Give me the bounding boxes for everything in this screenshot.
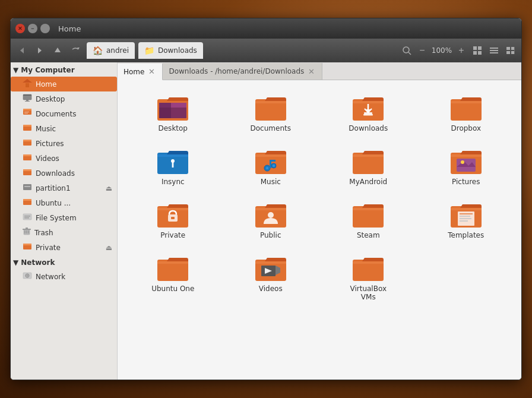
home-sidebar-icon bbox=[23, 79, 32, 89]
folder-item[interactable]: Ubuntu One bbox=[127, 250, 219, 306]
svg-point-83 bbox=[273, 165, 275, 167]
partition1-eject-icon[interactable]: ⏏ bbox=[106, 184, 112, 192]
zoom-plus-button[interactable]: + bbox=[455, 44, 468, 57]
folder-item[interactable]: Private bbox=[127, 197, 219, 244]
sidebar-item-ubuntu[interactable]: Ubuntu ... bbox=[11, 195, 117, 210]
sidebar-item-downloads[interactable]: Downloads bbox=[11, 166, 117, 181]
private-sidebar-label: Private bbox=[36, 244, 61, 252]
folder-item[interactable]: VirtualBox VMs bbox=[322, 250, 414, 306]
svg-rect-42 bbox=[24, 216, 30, 217]
svg-rect-73 bbox=[157, 154, 188, 157]
folder-item[interactable]: Public bbox=[225, 197, 317, 244]
back-button[interactable] bbox=[14, 43, 30, 58]
zoom-minus-button[interactable]: − bbox=[416, 44, 429, 57]
location-tab-andrei[interactable]: 🏠 andrei bbox=[87, 42, 135, 59]
network-section[interactable]: ▼ Network bbox=[11, 255, 117, 269]
pictures-sidebar-label: Pictures bbox=[36, 140, 64, 148]
location-tab-andrei-label: andrei bbox=[106, 46, 129, 55]
svg-rect-59 bbox=[159, 103, 171, 118]
svg-rect-104 bbox=[460, 216, 470, 217]
view-more-button[interactable] bbox=[504, 43, 518, 58]
folder-item[interactable]: Templates bbox=[420, 197, 512, 244]
folder-item[interactable]: Steam bbox=[322, 197, 414, 244]
svg-rect-81 bbox=[270, 160, 276, 162]
folder-icon-videos bbox=[255, 255, 286, 282]
sidebar-item-documents[interactable]: Documents bbox=[11, 106, 117, 121]
content-tabs: Home ✕ Downloads - /home/andrei/Download… bbox=[118, 62, 521, 80]
sidebar-item-videos[interactable]: Videos bbox=[11, 151, 117, 166]
svg-rect-8 bbox=[473, 51, 477, 55]
downloads-sidebar-label: Downloads bbox=[36, 169, 75, 178]
content-tab-home[interactable]: Home ✕ bbox=[118, 64, 163, 80]
sidebar-item-music[interactable]: Music bbox=[11, 121, 117, 136]
folder-item[interactable]: Pictures bbox=[420, 143, 512, 191]
view-list-button[interactable] bbox=[487, 43, 501, 58]
svg-point-79 bbox=[266, 167, 268, 169]
trash-sidebar-icon bbox=[23, 228, 31, 238]
toggle-button[interactable] bbox=[68, 43, 83, 58]
folder-name: Videos bbox=[259, 285, 283, 293]
view-grid-button[interactable] bbox=[470, 43, 484, 58]
minimize-button[interactable]: − bbox=[28, 24, 37, 33]
svg-rect-22 bbox=[23, 94, 31, 96]
documents-sidebar-icon bbox=[23, 109, 32, 119]
documents-sidebar-label: Documents bbox=[36, 110, 76, 118]
svg-rect-12 bbox=[490, 52, 498, 53]
sidebar-item-private[interactable]: Private ⏏ bbox=[11, 240, 117, 255]
network-section-label: Network bbox=[21, 258, 55, 267]
sidebar-item-partition1[interactable]: partition1 ⏏ bbox=[11, 181, 117, 195]
view-list-icon bbox=[489, 46, 499, 55]
svg-rect-26 bbox=[23, 109, 31, 110]
folder-icon-public bbox=[255, 201, 286, 229]
sidebar-item-pictures[interactable]: Pictures bbox=[11, 136, 117, 151]
content-pane: Desktop Documents Downloads Dropbox i In… bbox=[118, 80, 521, 380]
zoom-out-button[interactable] bbox=[400, 44, 413, 57]
ubuntu-sidebar-label: Ubuntu ... bbox=[36, 199, 71, 207]
svg-rect-51 bbox=[23, 244, 31, 245]
svg-rect-110 bbox=[255, 261, 286, 264]
up-button[interactable] bbox=[50, 43, 65, 58]
folder-item[interactable]: Dropbox bbox=[420, 90, 512, 137]
forward-button[interactable] bbox=[32, 43, 48, 58]
partition1-sidebar-icon bbox=[23, 183, 32, 193]
location-tab-downloads-label: Downloads bbox=[158, 46, 197, 55]
sidebar-item-filesystem[interactable]: File System bbox=[11, 210, 117, 225]
maximize-button[interactable] bbox=[40, 24, 50, 33]
svg-rect-103 bbox=[460, 213, 473, 214]
sidebar-item-desktop[interactable]: Desktop bbox=[11, 91, 117, 106]
close-button[interactable]: ✕ bbox=[15, 24, 25, 33]
sidebar-item-trash[interactable]: Trash bbox=[11, 225, 117, 240]
folder-item[interactable]: Desktop bbox=[127, 90, 219, 137]
sidebar-item-network[interactable]: Network bbox=[11, 269, 117, 284]
private-eject-icon[interactable]: ⏏ bbox=[106, 244, 112, 252]
sidebar-item-home[interactable]: Home bbox=[11, 77, 117, 91]
folder-name: Dropbox bbox=[451, 124, 481, 132]
folder-item[interactable]: MyAndroid bbox=[322, 143, 414, 191]
window-controls: ✕ − bbox=[15, 24, 50, 33]
folder-item[interactable]: Music bbox=[225, 143, 317, 191]
svg-rect-87 bbox=[451, 154, 482, 157]
svg-rect-24 bbox=[25, 101, 30, 102]
svg-rect-17 bbox=[514, 47, 515, 54]
zoom-search-icon bbox=[402, 46, 411, 55]
content-tab-home-close[interactable]: ✕ bbox=[147, 68, 156, 75]
my-computer-section[interactable]: ▼ My Computer bbox=[11, 62, 117, 77]
svg-marker-2 bbox=[55, 48, 61, 52]
folder-icon-ubuntu-one bbox=[157, 255, 188, 282]
svg-rect-9 bbox=[478, 51, 482, 55]
folder-item[interactable]: i Insync bbox=[127, 143, 219, 191]
folder-item[interactable]: Downloads bbox=[322, 90, 414, 137]
folder-name: Downloads bbox=[349, 124, 388, 132]
svg-rect-6 bbox=[473, 46, 477, 50]
folder-name: VirtualBox VMs bbox=[341, 285, 395, 301]
content-tab-home-label: Home bbox=[124, 68, 144, 76]
folder-icon-music bbox=[255, 148, 286, 175]
svg-rect-46 bbox=[26, 228, 28, 229]
folder-item[interactable]: Videos bbox=[225, 250, 317, 306]
content-tab-downloads-close[interactable]: ✕ bbox=[307, 68, 316, 75]
content-tab-downloads[interactable]: Downloads - /home/andrei/Downloads ✕ bbox=[163, 63, 322, 80]
location-tab-downloads[interactable]: 📁 Downloads bbox=[138, 42, 203, 59]
my-computer-label: My Computer bbox=[21, 66, 74, 74]
folder-item[interactable]: Documents bbox=[225, 90, 317, 137]
desktop-sidebar-icon bbox=[23, 94, 32, 104]
